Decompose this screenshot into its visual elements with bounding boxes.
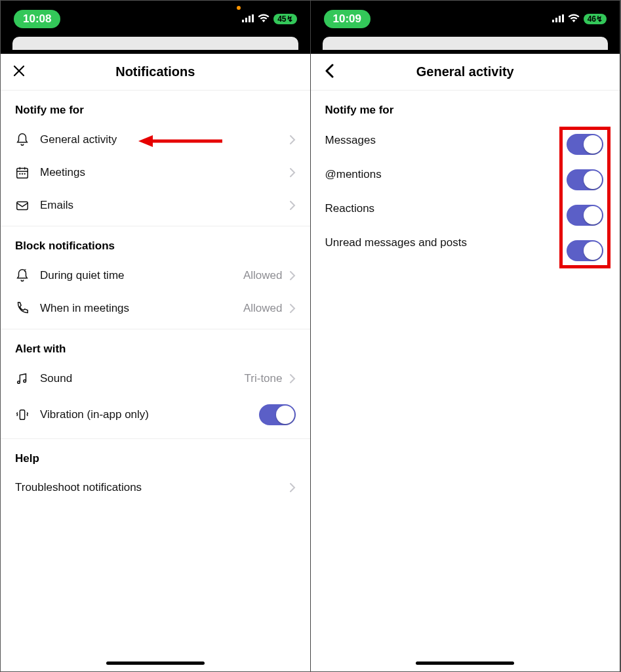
section-title-block: Block notifications: [1, 226, 310, 259]
quiet-time-icon: z: [15, 268, 40, 283]
chevron-right-icon: [289, 167, 296, 178]
reactions-toggle[interactable]: [567, 205, 603, 226]
svg-rect-13: [17, 202, 28, 210]
svg-rect-21: [562, 14, 564, 22]
row-vibration: Vibration (in-app only): [1, 395, 310, 434]
messages-toggle[interactable]: [567, 134, 603, 155]
wifi-icon: [258, 13, 270, 25]
phone-icon: [15, 301, 40, 316]
status-bar-container: 10:09 46↯: [311, 1, 620, 54]
row-label: Emails: [40, 199, 289, 212]
row-label: Sound: [40, 372, 245, 385]
row-label: Troubleshoot notifications: [15, 481, 289, 494]
page-title: Notifications: [1, 64, 310, 79]
mentions-toggle[interactable]: [567, 169, 603, 190]
screen-notifications: 10:08 45↯ Notifications Notify me for: [1, 1, 311, 671]
chevron-left-icon: [325, 64, 334, 81]
chevron-right-icon: [289, 303, 296, 314]
row-general-activity[interactable]: General activity: [1, 123, 310, 156]
bell-icon: [15, 133, 40, 147]
svg-rect-18: [552, 20, 554, 22]
row-label: Reactions: [325, 202, 375, 215]
chevron-right-icon: [289, 482, 296, 493]
row-meetings[interactable]: Meetings: [1, 156, 310, 189]
svg-rect-17: [20, 410, 24, 420]
calendar-icon: [15, 165, 40, 180]
content-area: Notify me for General activity Meetings: [1, 91, 310, 671]
row-emails[interactable]: Emails: [1, 189, 310, 222]
svg-rect-3: [252, 14, 254, 22]
row-value: Allowed: [243, 302, 283, 315]
home-indicator[interactable]: [106, 662, 205, 665]
row-sound[interactable]: Sound Tri-tone: [1, 362, 310, 395]
safari-tab-strip: [12, 37, 298, 50]
music-icon: [15, 371, 40, 386]
svg-text:z: z: [24, 268, 26, 272]
camera-active-dot: [237, 6, 241, 10]
back-button[interactable]: [311, 64, 348, 81]
row-quiet-time[interactable]: z During quiet time Allowed: [1, 259, 310, 292]
row-value: Allowed: [243, 269, 283, 282]
page-title: General activity: [311, 64, 620, 79]
svg-point-11: [22, 173, 23, 174]
row-label: @mentions: [325, 168, 382, 180]
page-header: General activity: [311, 54, 620, 91]
status-icons: 45↯: [242, 13, 296, 25]
svg-rect-20: [559, 16, 561, 22]
chevron-right-icon: [289, 135, 296, 145]
row-label: Unread messages and posts: [325, 236, 467, 249]
svg-point-10: [20, 173, 20, 174]
row-troubleshoot[interactable]: Troubleshoot notifications: [1, 472, 310, 503]
chevron-right-icon: [289, 270, 296, 281]
section-title-notify: Notify me for: [1, 91, 310, 123]
svg-point-16: [24, 380, 26, 383]
battery-indicator: 45↯: [273, 14, 296, 24]
svg-rect-0: [242, 20, 244, 22]
row-label: Messages: [325, 134, 376, 146]
status-bar-container: 10:08 45↯: [1, 1, 310, 54]
close-icon: [12, 64, 26, 80]
content-area: Notify me for Messages @mentions Reactio…: [311, 91, 620, 671]
status-bar: 10:09 46↯: [311, 1, 620, 37]
screen-general-activity: 10:09 46↯ General activity Notify me for…: [311, 1, 621, 671]
chevron-right-icon: [289, 200, 296, 211]
chevron-right-icon: [289, 373, 296, 384]
section-title-notify: Notify me for: [311, 91, 620, 123]
mail-icon: [15, 198, 40, 213]
row-label: Meetings: [40, 166, 289, 179]
battery-indicator: 46↯: [584, 14, 607, 24]
section-title-alert: Alert with: [1, 329, 310, 362]
annotation-highlight-box: [559, 127, 611, 268]
home-indicator[interactable]: [416, 662, 514, 665]
cellular-icon: [242, 13, 254, 25]
page-header: Notifications: [1, 54, 310, 91]
wifi-icon: [568, 13, 580, 25]
svg-rect-2: [249, 16, 250, 22]
svg-rect-1: [245, 18, 247, 22]
status-bar: 10:08 45↯: [1, 1, 310, 37]
row-value: Tri-tone: [245, 372, 283, 385]
close-button[interactable]: [1, 64, 37, 80]
unread-toggle[interactable]: [567, 240, 603, 261]
row-label: During quiet time: [40, 269, 243, 282]
svg-point-12: [24, 173, 25, 174]
section-title-help: Help: [1, 439, 310, 472]
cellular-icon: [552, 13, 564, 25]
status-time: 10:09: [324, 10, 371, 28]
vibration-icon: [15, 408, 40, 422]
row-label: Vibration (in-app only): [40, 408, 259, 421]
row-label: When in meetings: [40, 302, 243, 315]
safari-tab-strip: [323, 37, 609, 50]
status-time: 10:08: [14, 10, 60, 28]
svg-point-15: [18, 381, 20, 384]
svg-rect-19: [555, 18, 557, 22]
vibration-toggle[interactable]: [259, 404, 296, 425]
row-when-in-meetings[interactable]: When in meetings Allowed: [1, 292, 310, 325]
status-icons: 46↯: [552, 13, 607, 25]
row-label: General activity: [40, 133, 289, 146]
